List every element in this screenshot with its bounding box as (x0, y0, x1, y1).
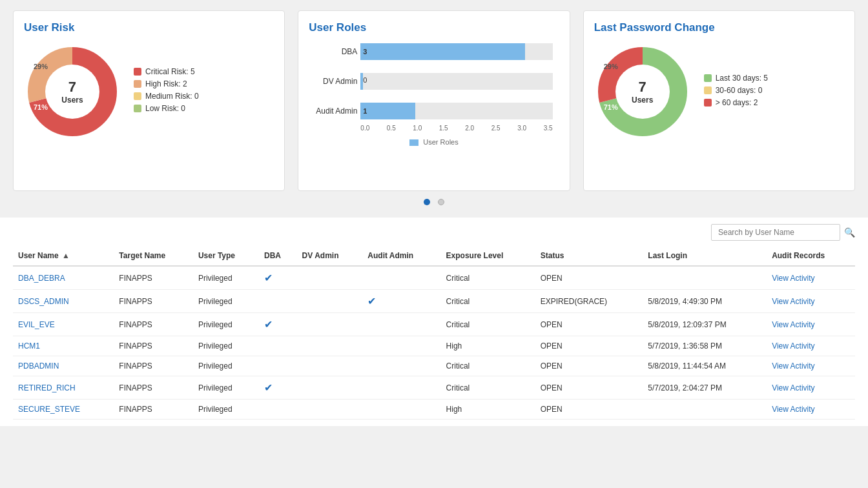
pct-29-label: 29% (34, 63, 48, 70)
view-activity-link[interactable]: View Activity (772, 405, 814, 414)
bar-track-auditadmin: 1 (360, 103, 552, 119)
bar-val-auditadmin: 1 (363, 107, 367, 115)
col-username: User Name ▲ (13, 246, 114, 266)
user-link[interactable]: DBA_DEBRA (18, 274, 65, 283)
cell-auditadmin (362, 400, 440, 420)
cell-auditadmin (362, 313, 440, 336)
last-password-card: Last Password Change 7 Users 71% (583, 10, 855, 191)
cell-lastlogin: 5/7/2019, 1:36:58 PM (643, 336, 767, 356)
cell-lastlogin: 5/7/2019, 2:04:27 PM (643, 376, 767, 400)
bar-row-dba: DBA 3 (360, 43, 552, 60)
header-row: User Name ▲ Target Name User Type DBA DV… (13, 246, 855, 266)
user-link[interactable]: EVIL_EVE (18, 320, 55, 329)
legend-label-60plusdays: > 60 days: 2 (716, 98, 758, 107)
x-label: 0.5 (387, 125, 396, 132)
cell-lastlogin: 5/8/2019, 11:44:54 AM (643, 356, 767, 376)
x-label: 1.0 (413, 125, 422, 132)
cell-auditrecords: View Activity (767, 313, 855, 336)
col-dvadmin: DV Admin (297, 246, 363, 266)
cell-username: DSCS_ADMIN (13, 290, 114, 313)
view-activity-link[interactable]: View Activity (772, 320, 814, 329)
cell-auditrecords: View Activity (767, 290, 855, 313)
bar-legend-color (409, 139, 418, 146)
table-body: DBA_DEBRA FINAPPS Privileged ✔ Critical … (13, 266, 855, 420)
table-header: User Name ▲ Target Name User Type DBA DV… (13, 246, 855, 266)
cell-dba (259, 400, 297, 420)
cell-targetname: FINAPPS (114, 266, 193, 290)
cell-lastlogin (643, 266, 767, 290)
cell-usertype: Privileged (193, 266, 259, 290)
legend-label-low: Low Risk: 0 (145, 104, 185, 113)
search-input[interactable] (711, 224, 840, 241)
cell-exposure: Critical (441, 290, 535, 313)
cell-lastlogin: 5/8/2019, 12:09:37 PM (643, 313, 767, 336)
carousel-dot-2[interactable] (438, 199, 444, 205)
cell-auditadmin: ✔ (362, 290, 440, 313)
user-risk-content: 7 Users 71% 29% Critical Risk: 5 High Ri… (24, 43, 274, 140)
x-axis: 0.0 0.5 1.0 1.5 2.0 2.5 3.0 3.5 (360, 125, 552, 132)
table-row: SECURE_STEVE FINAPPS Privileged High OPE… (13, 400, 855, 420)
cell-username: SECURE_STEVE (13, 400, 114, 420)
view-activity-link[interactable]: View Activity (772, 341, 814, 351)
legend-dot-60plusdays (704, 99, 712, 107)
col-dba: DBA (259, 246, 297, 266)
cell-dba (259, 290, 297, 313)
view-activity-link[interactable]: View Activity (772, 274, 814, 283)
check-icon: ✔ (264, 382, 273, 393)
user-link[interactable]: SECURE_STEVE (18, 405, 80, 414)
sort-arrow-username[interactable]: ▲ (62, 251, 70, 260)
cell-auditadmin (362, 376, 440, 400)
pwd-pct-71: 71% (604, 103, 618, 111)
cell-targetname: FINAPPS (114, 356, 193, 376)
col-status: Status (535, 246, 643, 266)
cell-status: EXPIRED(GRACE) (535, 290, 643, 313)
legend-item: High Risk: 2 (134, 79, 199, 88)
cell-dvadmin (297, 376, 363, 400)
legend-item: Critical Risk: 5 (134, 67, 199, 76)
cell-auditadmin (362, 356, 440, 376)
cards-row: User Risk 7 Users (13, 10, 855, 191)
cell-dvadmin (297, 313, 363, 336)
bar-chart-container: DBA 3 DV Admin 0 (309, 43, 559, 146)
cell-auditrecords: View Activity (767, 400, 855, 420)
cell-dvadmin (297, 266, 363, 290)
cell-targetname: FINAPPS (114, 376, 193, 400)
cell-exposure: Critical (441, 356, 535, 376)
col-usertype: User Type (193, 246, 259, 266)
user-risk-card: User Risk 7 Users (13, 10, 285, 191)
cell-usertype: Privileged (193, 376, 259, 400)
table-row: EVIL_EVE FINAPPS Privileged ✔ Critical O… (13, 313, 855, 336)
view-activity-link[interactable]: View Activity (772, 297, 814, 306)
view-activity-link[interactable]: View Activity (772, 361, 814, 371)
legend-item: > 60 days: 2 (704, 98, 768, 107)
user-link[interactable]: PDBADMIN (18, 361, 59, 371)
user-link[interactable]: HCM1 (18, 341, 40, 351)
cell-username: PDBADMIN (13, 356, 114, 376)
last-password-legend: Last 30 days: 5 30-60 days: 0 > 60 days:… (704, 74, 768, 110)
bar-legend: User Roles (315, 138, 552, 146)
cell-username: DBA_DEBRA (13, 266, 114, 290)
legend-item: Medium Risk: 0 (134, 92, 199, 101)
bar-track-dba: 3 (360, 43, 552, 60)
user-link[interactable]: RETIRED_RICH (18, 383, 76, 392)
cell-lastlogin (643, 400, 767, 420)
carousel-dots (13, 191, 855, 211)
cell-exposure: Critical (441, 266, 535, 290)
carousel-dot-1[interactable] (424, 199, 430, 205)
cell-status: OPEN (535, 313, 643, 336)
cell-auditrecords: View Activity (767, 336, 855, 356)
check-icon: ✔ (264, 272, 273, 283)
cell-usertype: Privileged (193, 290, 259, 313)
legend-label-3060days: 30-60 days: 0 (716, 86, 763, 95)
user-link[interactable]: DSCS_ADMIN (18, 297, 69, 306)
cell-usertype: Privileged (193, 400, 259, 420)
x-label: 2.0 (465, 125, 474, 132)
pwd-pct-29: 29% (604, 63, 618, 70)
cell-status: OPEN (535, 400, 643, 420)
search-bar-row: 🔍 (13, 224, 855, 241)
cell-auditrecords: View Activity (767, 356, 855, 376)
view-activity-link[interactable]: View Activity (772, 383, 814, 392)
table-row: DBA_DEBRA FINAPPS Privileged ✔ Critical … (13, 266, 855, 290)
cell-targetname: FINAPPS (114, 336, 193, 356)
bar-track-dvadmin: 0 (360, 73, 552, 90)
